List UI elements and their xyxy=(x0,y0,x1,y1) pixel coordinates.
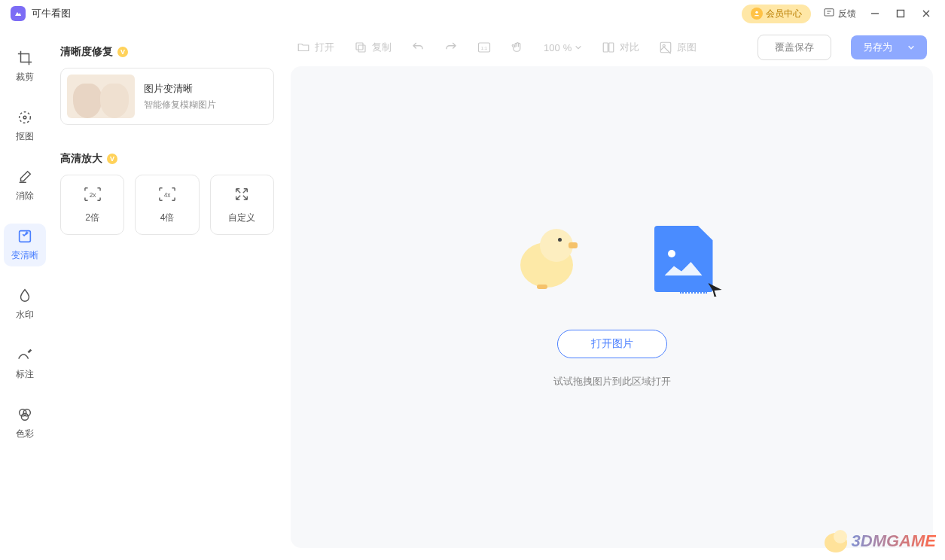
svg-rect-11 xyxy=(356,43,363,50)
feature-title: 图片变清晰 xyxy=(144,82,216,96)
actual-size-button[interactable]: 1:1 xyxy=(477,41,491,54)
app-logo xyxy=(11,6,26,21)
tb-label: 打开 xyxy=(315,41,334,54)
upscale-4x[interactable]: 4x 4倍 xyxy=(135,175,199,235)
svg-point-0 xyxy=(755,11,758,14)
zoom-value: 100 xyxy=(544,42,560,53)
upscale-label: 4倍 xyxy=(160,212,175,224)
section-title-text: 清晰度修复 xyxy=(60,45,113,59)
tool-annotate[interactable]: 标注 xyxy=(4,342,46,385)
folder-icon xyxy=(297,41,310,54)
svg-rect-1 xyxy=(825,8,834,15)
tb-label: 复制 xyxy=(372,41,392,54)
scale-4x-icon: 4x xyxy=(157,186,177,205)
zoom-display[interactable]: 100 % xyxy=(544,42,582,53)
open-file-button[interactable]: 打开 xyxy=(297,41,334,54)
tool-color[interactable]: 色彩 xyxy=(4,402,46,445)
svg-rect-15 xyxy=(604,43,608,52)
one-to-one-icon: 1:1 xyxy=(477,41,491,54)
feedback-label: 反馈 xyxy=(838,8,856,20)
redo-button[interactable] xyxy=(444,41,458,54)
titlebar: 可牛看图 会员中心 反馈 xyxy=(0,0,945,27)
chevron-down-icon xyxy=(907,42,915,53)
tool-label: 色彩 xyxy=(16,428,34,440)
tool-label: 变清晰 xyxy=(11,249,38,262)
tb-label: 对比 xyxy=(620,41,639,54)
tool-label: 裁剪 xyxy=(16,71,34,84)
image-file-icon xyxy=(654,226,713,292)
upscale-title: 高清放大 V xyxy=(60,152,274,166)
undo-icon xyxy=(411,41,425,54)
empty-state-illustration xyxy=(511,226,713,292)
tool-watermark[interactable]: 水印 xyxy=(4,283,46,326)
close-button[interactable] xyxy=(913,3,939,24)
section-title-text: 高清放大 xyxy=(60,152,102,166)
tool-label: 抠图 xyxy=(16,130,34,143)
pan-button[interactable] xyxy=(511,41,524,54)
compare-button[interactable]: 对比 xyxy=(602,41,639,54)
open-image-button[interactable]: 打开图片 xyxy=(557,330,667,358)
canvas-area: 打开 复制 1:1 100 % xyxy=(285,27,945,560)
app-title: 可牛看图 xyxy=(32,7,71,20)
feature-thumbnail xyxy=(67,75,135,118)
image-icon xyxy=(659,41,672,54)
erase-icon xyxy=(17,169,33,185)
options-panel: 清晰度修复 V 图片变清晰 智能修复模糊图片 高清放大 V 2x 2倍 4x 4… xyxy=(50,27,285,560)
tool-enhance[interactable]: 变清晰 xyxy=(4,224,46,266)
hand-icon xyxy=(511,41,524,54)
save-as-button[interactable]: 另存为 xyxy=(851,35,927,59)
svg-rect-12 xyxy=(358,45,365,52)
expand-icon xyxy=(233,186,251,205)
svg-text:2x: 2x xyxy=(89,191,96,198)
upscale-options: 2x 2倍 4x 4倍 自定义 xyxy=(60,175,274,235)
window-controls xyxy=(862,3,939,24)
upscale-2x[interactable]: 2x 2倍 xyxy=(60,175,124,235)
crop-icon xyxy=(17,50,33,66)
svg-rect-16 xyxy=(609,43,614,52)
upscale-label: 自定义 xyxy=(228,212,255,224)
tb-label: 原图 xyxy=(677,41,697,54)
canvas-toolbar: 打开 复制 1:1 100 % xyxy=(291,39,933,66)
maximize-button[interactable] xyxy=(888,3,913,24)
tool-crop[interactable]: 裁剪 xyxy=(4,45,46,88)
tool-rail: 裁剪 抠图 消除 变清晰 水印 标注 色彩 xyxy=(0,27,50,560)
svg-rect-17 xyxy=(661,42,672,53)
redo-icon xyxy=(444,41,458,54)
user-avatar-icon xyxy=(751,8,763,20)
save-as-label: 另存为 xyxy=(863,41,892,54)
chevron-down-icon xyxy=(575,42,582,53)
canvas-dropzone[interactable]: 打开图片 试试拖拽图片到此区域打开 xyxy=(291,66,933,548)
svg-point-4 xyxy=(23,116,26,119)
zoom-unit: % xyxy=(563,42,572,53)
svg-rect-2 xyxy=(898,11,904,17)
drop-hint: 试试拖拽图片到此区域打开 xyxy=(553,375,671,388)
feedback-icon xyxy=(823,7,835,21)
minimize-button[interactable] xyxy=(862,3,888,24)
undo-button[interactable] xyxy=(411,41,425,54)
overwrite-save-button[interactable]: 覆盖保存 xyxy=(758,35,831,60)
tool-cutout[interactable]: 抠图 xyxy=(4,105,46,148)
upscale-custom[interactable]: 自定义 xyxy=(210,175,274,235)
copy-button[interactable]: 复制 xyxy=(354,41,392,54)
feedback-button[interactable]: 反馈 xyxy=(817,4,862,24)
tool-label: 消除 xyxy=(16,190,34,202)
svg-text:4x: 4x xyxy=(164,191,172,198)
watermark-icon xyxy=(17,288,33,304)
feature-subtitle: 智能修复模糊图片 xyxy=(144,99,216,111)
sharpen-feature-card[interactable]: 图片变清晰 智能修复模糊图片 xyxy=(60,68,274,125)
svg-text:1:1: 1:1 xyxy=(481,46,488,50)
vip-badge-icon: V xyxy=(117,47,128,57)
vip-label: 会员中心 xyxy=(766,8,802,20)
vip-center-button[interactable]: 会员中心 xyxy=(742,5,811,23)
cutout-icon xyxy=(17,109,33,126)
vip-badge-icon: V xyxy=(107,154,117,164)
tool-label: 水印 xyxy=(16,309,34,321)
tool-erase[interactable]: 消除 xyxy=(4,164,46,207)
svg-point-3 xyxy=(20,112,31,123)
svg-rect-5 xyxy=(20,231,31,242)
original-button[interactable]: 原图 xyxy=(659,41,697,54)
copy-icon xyxy=(354,41,367,54)
scale-2x-icon: 2x xyxy=(83,186,102,205)
clarity-repair-title: 清晰度修复 V xyxy=(60,45,274,59)
color-icon xyxy=(17,406,33,423)
